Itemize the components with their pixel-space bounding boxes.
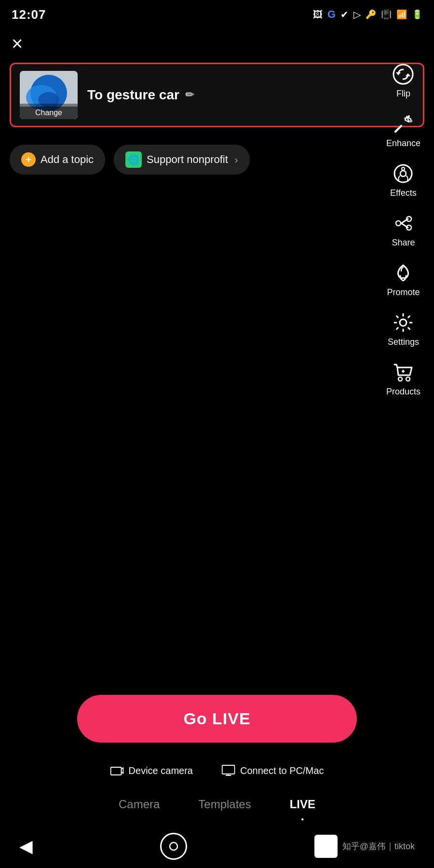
tab-camera[interactable]: Camera: [119, 798, 160, 815]
svg-point-16: [398, 377, 402, 381]
nav-info-text: 知乎@嘉伟｜tiktok: [342, 841, 415, 852]
key-icon: 🔑: [366, 9, 376, 20]
effects-label: Effects: [390, 188, 417, 198]
svg-rect-19: [222, 765, 235, 774]
tab-templates-label: Templates: [198, 798, 251, 811]
svg-line-5: [395, 126, 401, 132]
right-tools-sidebar: Flip Enhance Effects: [386, 63, 420, 410]
svg-rect-18: [111, 767, 122, 775]
share-icon: [392, 212, 415, 235]
flip-tool[interactable]: Flip: [392, 63, 415, 99]
enhance-icon: [392, 112, 415, 136]
device-camera-option[interactable]: Device camera: [110, 765, 193, 776]
change-label[interactable]: Change: [20, 107, 78, 119]
nav-info-icon: [314, 835, 338, 858]
products-label: Products: [386, 387, 420, 397]
nonprofit-label: Support nonprofit: [147, 153, 228, 166]
products-tool[interactable]: Products: [386, 361, 420, 397]
svg-point-15: [400, 319, 407, 326]
support-nonprofit-button[interactable]: 🌐 Support nonprofit ›: [114, 145, 249, 175]
cover-row: Change To gesture car ✏: [10, 63, 424, 127]
tab-templates[interactable]: Templates: [198, 798, 251, 815]
cover-thumbnail[interactable]: Change: [20, 71, 78, 119]
globe-icon: 🌐: [125, 151, 142, 168]
effects-tool[interactable]: Effects: [390, 162, 417, 198]
nav-info: 知乎@嘉伟｜tiktok: [314, 835, 415, 858]
share-tool[interactable]: Share: [392, 212, 415, 248]
chevron-icon: ›: [235, 154, 238, 165]
go-live-button[interactable]: Go LIVE: [77, 695, 357, 743]
svg-point-11: [402, 167, 405, 170]
device-camera-icon: [110, 765, 124, 776]
share-label: Share: [392, 238, 415, 248]
svg-point-17: [406, 377, 410, 381]
bottom-tabs: Camera Templates LIVE: [0, 798, 434, 820]
products-icon: [392, 361, 415, 384]
play-icon: ▷: [353, 9, 361, 20]
plus-icon: +: [21, 152, 36, 167]
svg-point-4: [393, 65, 413, 84]
status-bar: 12:07 🖼 G ✔ ▷ 🔑 📳 📶 🔋: [0, 0, 434, 27]
effects-icon: [392, 162, 415, 185]
wifi-icon: 📶: [396, 9, 407, 20]
svg-point-7: [409, 120, 412, 122]
nav-back-button[interactable]: ◀: [19, 836, 33, 856]
svg-point-22: [170, 842, 177, 850]
flip-icon: [392, 63, 415, 86]
add-topic-label: Add a topic: [41, 153, 94, 166]
add-topic-button[interactable]: + Add a topic: [10, 145, 105, 175]
nav-bar: ◀ 知乎@嘉伟｜tiktok: [0, 825, 434, 868]
settings-tool[interactable]: Settings: [388, 311, 419, 347]
settings-icon: [392, 311, 415, 334]
svg-point-14: [396, 221, 401, 226]
status-icons: 🖼 G ✔ ▷ 🔑 📳 📶 🔋: [313, 8, 422, 21]
enhance-label: Enhance: [386, 138, 420, 149]
svg-point-10: [400, 171, 406, 176]
status-time: 12:07: [12, 7, 46, 22]
check-icon: ✔: [340, 9, 349, 20]
svg-point-6: [408, 115, 410, 117]
svg-point-8: [404, 117, 406, 119]
vibrate-icon: 📳: [381, 9, 392, 20]
action-row: + Add a topic 🌐 Support nonprofit ›: [10, 145, 250, 175]
device-camera-label: Device camera: [129, 765, 193, 776]
tab-live[interactable]: LIVE: [290, 798, 315, 815]
tab-camera-label: Camera: [119, 798, 160, 811]
connect-pc-label: Connect to PC/Mac: [240, 765, 324, 776]
promote-icon: [392, 261, 415, 285]
nav-home-button[interactable]: [160, 833, 187, 860]
svg-point-3: [38, 92, 59, 108]
image-icon: 🖼: [313, 9, 323, 20]
tab-live-label: LIVE: [290, 798, 315, 811]
connect-pc-option[interactable]: Connect to PC/Mac: [222, 765, 324, 776]
cover-title: To gesture car ✏: [87, 87, 194, 103]
camera-options: Device camera Connect to PC/Mac: [110, 765, 324, 776]
edit-icon[interactable]: ✏: [185, 89, 194, 101]
settings-label: Settings: [388, 337, 419, 347]
flip-label: Flip: [396, 89, 410, 99]
cover-title-text: To gesture car: [87, 87, 179, 103]
monitor-icon: [222, 765, 235, 776]
battery-icon: 🔋: [412, 9, 422, 20]
enhance-tool[interactable]: Enhance: [386, 112, 420, 149]
promote-tool[interactable]: Promote: [387, 261, 420, 298]
google-icon: G: [327, 8, 336, 21]
close-button[interactable]: ×: [12, 34, 23, 53]
promote-label: Promote: [387, 287, 420, 298]
